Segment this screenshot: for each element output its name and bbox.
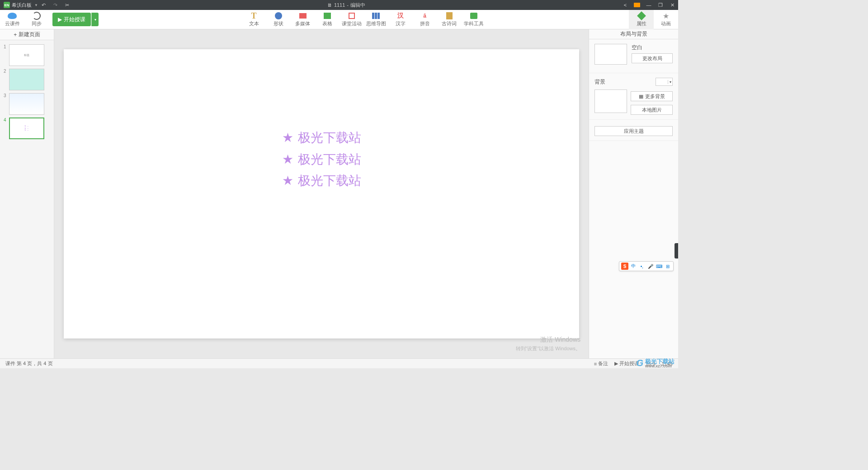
start-class-button[interactable]: ▶ 开始授课 [52, 13, 91, 26]
cloud-label: 云课件 [5, 20, 20, 27]
brand-watermark: G 极光下载站 www.xz7.com [636, 358, 675, 368]
background-thumbnail [594, 89, 627, 113]
poem-icon [446, 12, 453, 19]
close-button[interactable]: ✕ [666, 0, 678, 10]
ime-keyboard-icon[interactable]: ⌨ [656, 263, 663, 270]
windows-activation-watermark-text: 转到"设置"以激活 Windows。 [516, 345, 581, 352]
slide-thumbnail-3[interactable]: 3 [0, 92, 54, 116]
shape-tool[interactable]: 形状 [266, 10, 291, 29]
animation-icon: ★ [661, 12, 670, 20]
canvas-text-block[interactable]: ★极光下载站 ★极光下载站 ★极光下载站 [282, 127, 361, 192]
more-backgrounds-button[interactable]: ▦更多背景 [631, 91, 673, 101]
start-class-dropdown[interactable]: ▾ [91, 13, 99, 26]
mindmap-tool[interactable]: 思维导图 [364, 10, 388, 29]
ime-logo-icon[interactable]: S [621, 263, 628, 270]
poem-label: 古诗词 [442, 20, 457, 27]
undo-button[interactable]: ↶ [38, 0, 50, 10]
background-color-picker[interactable]: ▾ [656, 78, 673, 86]
poem-tool[interactable]: 古诗词 [437, 10, 462, 29]
media-icon [299, 13, 307, 19]
document-status-sep: - [347, 2, 349, 8]
canvas-area: ★极光下载站 ★极光下载站 ★极光下载站 激活 Windows 转到"设置"以激… [54, 29, 589, 358]
table-tool[interactable]: 表格 [315, 10, 340, 29]
shape-icon [275, 12, 282, 19]
pinyin-tool[interactable]: ā拼音 [413, 10, 437, 29]
text-tool[interactable]: T文本 [242, 10, 266, 29]
mindmap-icon [372, 13, 380, 19]
play-icon: ▶ [614, 361, 618, 367]
sync-button[interactable]: 同步 [24, 10, 49, 29]
media-tool[interactable]: 多媒体 [291, 10, 315, 29]
ime-settings-icon[interactable]: ⊞ [664, 263, 671, 270]
document-icon: 🗎 [327, 2, 332, 8]
slide-preview [9, 69, 44, 90]
background-section: 背景 ▾ ▦更多背景 本地图片 [589, 73, 678, 120]
panel-header: 布局与背景 [589, 29, 678, 39]
maximize-button[interactable]: ❐ [655, 0, 666, 10]
slide-thumbnail-4[interactable]: 4 ★ —★ —★ — [0, 116, 54, 141]
ime-mic-icon[interactable]: 🎤 [647, 263, 654, 270]
redo-button[interactable]: ↷ [50, 0, 61, 10]
toolbar: 云课件 同步 ▶ 开始授课 ▾ T文本 形状 多媒体 表格 课堂活动 思维导图 … [0, 10, 678, 29]
star-bullet-icon: ★ [282, 131, 293, 145]
activity-icon [349, 13, 355, 19]
brand-logo-icon: G [636, 358, 643, 368]
slide-preview: ★ —★ —★ — [9, 118, 44, 139]
properties-tab[interactable]: 属性 [629, 10, 654, 29]
pinyin-icon: ā [420, 12, 429, 20]
notes-button[interactable]: ≡备注 [594, 360, 608, 367]
bullet-line-1: ★极光下载站 [282, 127, 361, 149]
hanzi-icon: 汉 [396, 12, 405, 20]
edge-collapse-tab[interactable] [675, 243, 678, 258]
slide-thumbnail-2[interactable]: 2 [0, 67, 54, 92]
new-page-button[interactable]: + 新建页面 [0, 29, 54, 40]
subject-tool[interactable]: 学科工具 [462, 10, 486, 29]
document-name: 1111 [334, 2, 345, 8]
windows-activation-watermark-title: 激活 Windows [540, 336, 580, 344]
ime-toolbar[interactable]: S 中 •, 🎤 ⌨ ⊞ [619, 261, 674, 271]
cloud-courseware-button[interactable]: 云课件 [0, 10, 24, 29]
subject-icon [470, 13, 477, 19]
share-icon[interactable]: < [619, 0, 631, 10]
ime-language[interactable]: 中 [630, 263, 637, 270]
properties-icon [637, 11, 646, 20]
properties-label: 属性 [637, 20, 646, 27]
brand-name: 极光下载站 [645, 358, 675, 364]
start-class-label: 开始授课 [64, 16, 85, 24]
hanzi-tool[interactable]: 汉汉字 [388, 10, 413, 29]
layout-section: 空白 更改布局 [589, 39, 678, 73]
text-icon: T [250, 12, 259, 20]
page-info: 课件 第 4 页，共 4 页 [5, 360, 53, 367]
cloud-icon [8, 13, 17, 19]
shape-label: 形状 [274, 20, 283, 27]
ime-punct-icon[interactable]: •, [638, 263, 646, 270]
statusbar: 课件 第 4 页，共 4 页 ≡备注 ▶开始授课 16:9 1149 [0, 358, 678, 368]
notes-icon: ≡ [594, 361, 597, 367]
subject-label: 学科工具 [464, 20, 484, 27]
media-label: 多媒体 [295, 20, 310, 27]
start-class-statusbar-button[interactable]: ▶开始授课 [614, 360, 639, 367]
mindmap-label: 思维导图 [366, 20, 386, 27]
change-layout-button[interactable]: 更改布局 [632, 53, 673, 63]
slide-thumbnail-1[interactable]: 1 标题 [0, 43, 54, 67]
image-icon: ▦ [639, 94, 643, 99]
theme-section: 应用主题 [589, 120, 678, 141]
app-name: 希沃白板 [12, 2, 32, 9]
animation-tab[interactable]: ★动画 [654, 10, 678, 29]
sync-icon [33, 12, 41, 20]
app-menu-dropdown[interactable]: ▼ [34, 3, 38, 7]
minimize-button[interactable]: — [643, 0, 655, 10]
new-page-label: 新建页面 [19, 31, 40, 38]
mail-icon[interactable] [631, 0, 643, 10]
slide-canvas[interactable]: ★极光下载站 ★极光下载站 ★极光下载站 [64, 49, 579, 338]
main-area: + 新建页面 1 标题 2 3 4 ★ —★ —★ — ★ [0, 29, 678, 358]
properties-panel: 布局与背景 空白 更改布局 背景 ▾ ▦更多背景 本地图片 [589, 29, 678, 358]
slide-number: 1 [4, 44, 7, 49]
layout-thumbnail [594, 44, 627, 65]
apply-theme-button[interactable]: 应用主题 [594, 126, 673, 136]
document-status: 编辑中 [350, 2, 365, 9]
local-image-button[interactable]: 本地图片 [631, 105, 673, 115]
activity-tool[interactable]: 课堂活动 [340, 10, 364, 29]
cut-button[interactable]: ✂ [61, 0, 73, 10]
plus-icon: + [14, 32, 18, 38]
